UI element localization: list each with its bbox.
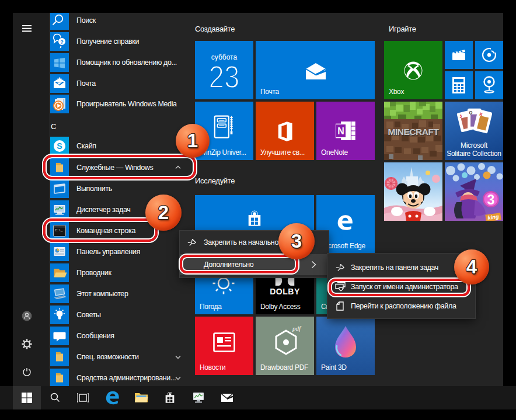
svg-text:?: ? <box>60 39 64 45</box>
svg-text:Q: Q <box>469 110 473 115</box>
svg-text:3: 3 <box>487 192 495 207</box>
svg-text:MINECRAFT: MINECRAFT <box>388 127 440 137</box>
svg-text:N: N <box>337 126 344 136</box>
svg-text:S: S <box>57 141 62 151</box>
svg-text:pdf: pdf <box>292 326 302 332</box>
svg-text:king: king <box>487 213 499 221</box>
